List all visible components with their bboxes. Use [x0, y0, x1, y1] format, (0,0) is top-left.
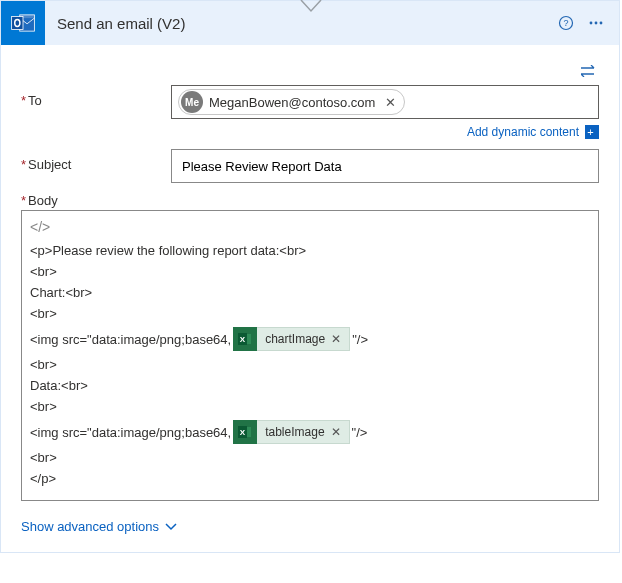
dynamic-token-tableimage[interactable]: X tableImage ✕: [233, 420, 349, 444]
svg-rect-14: [247, 427, 251, 437]
body-text: "/>: [352, 425, 368, 440]
body-text: <br>: [30, 306, 590, 321]
plus-icon: +: [585, 125, 599, 139]
svg-rect-11: [247, 334, 251, 344]
subject-input[interactable]: [171, 149, 599, 183]
body-text: Chart:<br>: [30, 285, 590, 300]
svg-point-7: [595, 22, 598, 25]
svg-point-8: [600, 22, 603, 25]
outlook-icon: [1, 1, 45, 45]
body-text: <br>: [30, 357, 590, 372]
svg-rect-2: [12, 17, 23, 30]
svg-text:X: X: [240, 428, 246, 437]
remove-token-icon[interactable]: ✕: [331, 425, 341, 439]
body-text: </p>: [30, 471, 590, 486]
remove-token-icon[interactable]: ✕: [331, 332, 341, 346]
body-text: <br>: [30, 450, 590, 465]
body-text: <img src="data:image/png;base64,: [30, 332, 231, 347]
show-advanced-options-link[interactable]: Show advanced options: [21, 519, 599, 534]
body-text: <p>Please review the following report da…: [30, 243, 590, 258]
swap-icon[interactable]: [579, 61, 599, 81]
excel-icon: X: [233, 327, 257, 351]
help-icon[interactable]: ?: [551, 8, 581, 38]
body-text: <br>: [30, 264, 590, 279]
token-label: tableImage: [265, 425, 324, 439]
token-label: chartImage: [265, 332, 325, 346]
body-editor[interactable]: </> <p>Please review the following repor…: [21, 210, 599, 501]
body-text: <img src="data:image/png;base64,: [30, 425, 231, 440]
card-body: *To Me MeganBowen@contoso.com ✕ Add dyna…: [1, 45, 619, 552]
to-input[interactable]: Me MeganBowen@contoso.com ✕: [171, 85, 599, 119]
excel-icon: X: [233, 420, 257, 444]
body-text: <br>: [30, 399, 590, 414]
body-line-table: <img src="data:image/png;base64, X table…: [30, 420, 590, 444]
recipient-chip[interactable]: Me MeganBowen@contoso.com ✕: [178, 89, 405, 115]
body-line-chart: <img src="data:image/png;base64, X chart…: [30, 327, 590, 351]
dynamic-token-chartimage[interactable]: X chartImage ✕: [233, 327, 350, 351]
chevron-down-icon: [165, 523, 177, 531]
add-dynamic-content-link[interactable]: Add dynamic content +: [467, 125, 599, 139]
email-action-card: Send an email (V2) ? *To Me MeganBowen@c…: [0, 0, 620, 553]
body-text: "/>: [352, 332, 368, 347]
card-title: Send an email (V2): [45, 15, 551, 32]
avatar: Me: [181, 91, 203, 113]
code-view-toggle-icon[interactable]: </>: [30, 219, 590, 235]
svg-text:X: X: [240, 335, 246, 344]
show-advanced-label: Show advanced options: [21, 519, 159, 534]
remove-recipient-icon[interactable]: ✕: [385, 95, 396, 110]
svg-text:?: ?: [563, 18, 568, 28]
subject-label: *Subject: [21, 149, 171, 172]
more-icon[interactable]: [581, 8, 611, 38]
subject-field-row: *Subject: [21, 149, 599, 183]
to-label: *To: [21, 85, 171, 108]
body-label: *Body: [21, 193, 599, 208]
body-text: Data:<br>: [30, 378, 590, 393]
recipient-email: MeganBowen@contoso.com: [209, 95, 375, 110]
svg-point-6: [590, 22, 593, 25]
to-field-row: *To Me MeganBowen@contoso.com ✕: [21, 85, 599, 119]
add-dynamic-content-label: Add dynamic content: [467, 125, 579, 139]
